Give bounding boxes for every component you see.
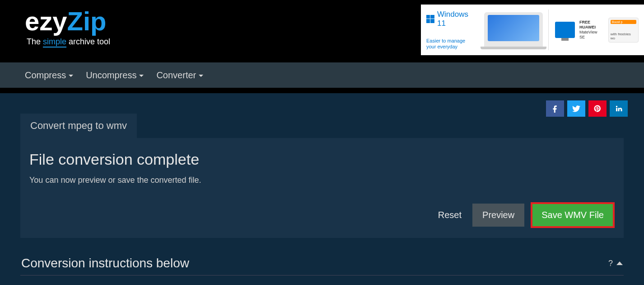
chevron-down-icon <box>199 75 203 77</box>
ad-right: FREE HUAWEI MateView SE Boost p with fre… <box>548 10 639 50</box>
twitter-icon <box>572 104 580 113</box>
nav-bar: Compress Uncompress Converter <box>0 62 644 88</box>
header: ezyZip The simple archive tool Windows 1… <box>0 0 644 62</box>
ad-win-label: Windows 11 <box>437 10 479 28</box>
tagline-mid: simple <box>43 37 66 48</box>
tagline: The simple archive tool <box>25 37 110 47</box>
ad-free2: HUAWEI <box>579 25 604 30</box>
nav-label: Uncompress <box>86 70 136 81</box>
main-content: Convert mpeg to wmv File conversion comp… <box>0 93 644 276</box>
ad-tag-bottom: with freebies wo <box>611 32 636 40</box>
tagline-post: archive tool <box>66 37 110 46</box>
ad-free1: FREE <box>579 20 604 25</box>
ad-tag-top: Boost p <box>611 20 636 24</box>
heading: File conversion complete <box>29 151 615 168</box>
chevron-down-icon <box>139 75 144 77</box>
nav-compress[interactable]: Compress <box>25 70 73 81</box>
pinterest-button[interactable] <box>588 100 607 117</box>
chevron-down-icon <box>69 75 73 77</box>
ad-sub1: Easier to manage <box>426 38 479 44</box>
help-symbol: ? <box>608 259 613 268</box>
twitter-button[interactable] <box>567 100 585 117</box>
linkedin-button[interactable] <box>610 100 628 117</box>
social-buttons <box>546 100 628 117</box>
ad-left: Windows 11 Easier to manage your everyda… <box>426 10 479 50</box>
instructions-toggle[interactable]: Conversion instructions below ? <box>20 256 624 276</box>
tab-convert[interactable]: Convert mpeg to wmv <box>20 114 137 138</box>
pinterest-icon <box>593 104 602 113</box>
save-button-highlight: Save WMV File <box>531 202 615 228</box>
nav-label: Converter <box>156 70 196 81</box>
subheading: You can now preview or save the converte… <box>29 176 615 185</box>
ad-subtext: Easier to manage your everyday <box>426 38 479 50</box>
nav-label: Compress <box>25 70 66 81</box>
ad-free-text: FREE HUAWEI MateView SE <box>579 20 604 39</box>
divider <box>0 88 644 93</box>
logo-part2: Zip <box>67 6 107 36</box>
ad-free3: MateView SE <box>579 30 604 40</box>
instructions-title: Conversion instructions below <box>21 256 189 271</box>
facebook-icon <box>551 104 559 113</box>
linkedin-icon <box>615 104 623 113</box>
windows-logo: Windows 11 <box>426 10 479 28</box>
action-row: Reset Preview Save WMV File <box>29 202 615 228</box>
facebook-button[interactable] <box>546 100 564 117</box>
ad-tag: Boost p with freebies wo <box>608 18 639 43</box>
conversion-panel: File conversion complete You can now pre… <box>20 138 624 238</box>
logo: ezyZip <box>25 8 110 34</box>
logo-part1: ezy <box>25 6 67 36</box>
reset-button[interactable]: Reset <box>434 204 466 226</box>
preview-button[interactable]: Preview <box>472 204 524 227</box>
chevron-up-icon <box>616 261 623 265</box>
ad-sub2: your everyday <box>426 44 479 50</box>
save-wmv-button[interactable]: Save WMV File <box>532 204 613 226</box>
laptop-icon <box>484 12 543 48</box>
nav-converter[interactable]: Converter <box>156 70 203 81</box>
ad-banner[interactable]: Windows 11 Easier to manage your everyda… <box>421 5 644 55</box>
windows-icon <box>426 15 434 23</box>
nav-uncompress[interactable]: Uncompress <box>86 70 144 81</box>
instructions-help[interactable]: ? <box>608 259 623 268</box>
tagline-pre: The <box>27 37 43 46</box>
tab-label: Convert mpeg to wmv <box>30 120 127 131</box>
monitor-icon <box>555 22 575 38</box>
logo-area[interactable]: ezyZip The simple archive tool <box>0 0 110 47</box>
